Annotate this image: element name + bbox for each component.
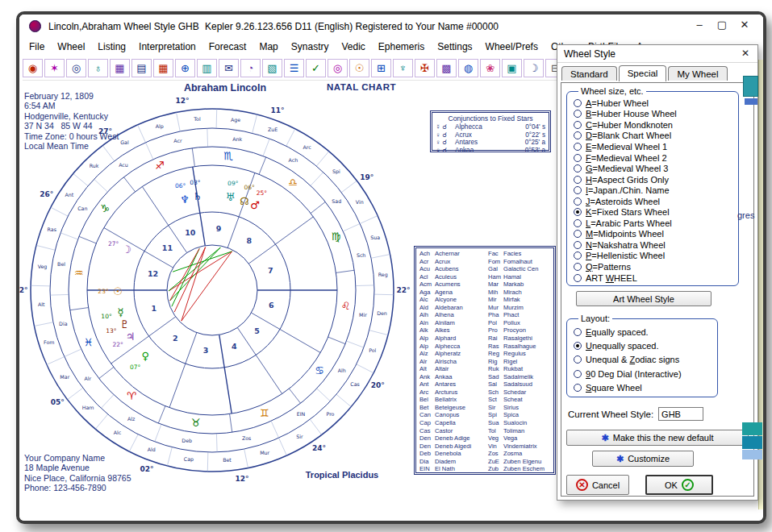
fixed-star-legend: AchAchernarAcrAcruxAcuAcubensAclAculeusA… xyxy=(414,246,556,475)
radio-button-icon[interactable] xyxy=(574,355,582,364)
dialog-close-icon[interactable]: ✕ xyxy=(739,48,752,59)
svg-text:22°: 22° xyxy=(19,286,28,294)
radio-option[interactable]: Equally spaced. xyxy=(574,325,717,339)
radio-option[interactable]: J=Asteroids Wheel xyxy=(574,196,738,207)
radio-button-icon[interactable] xyxy=(574,328,582,336)
radio-button-icon[interactable] xyxy=(574,370,582,378)
menu-item[interactable]: Listing xyxy=(91,39,132,56)
plus-icon[interactable]: ⊕ xyxy=(175,59,195,77)
radio-button-icon[interactable] xyxy=(574,176,582,184)
radio-button-icon[interactable] xyxy=(574,274,582,282)
check-icon[interactable]: ✓ xyxy=(306,59,326,77)
menu-item[interactable]: Wheel xyxy=(51,39,91,56)
radio-option[interactable]: 90 Deg Dial (Interactive) xyxy=(574,367,717,380)
chart-wheel-icon[interactable]: ◉ xyxy=(23,59,43,77)
radio-button-icon[interactable] xyxy=(574,99,582,107)
radio-option[interactable]: Q=Patterns xyxy=(574,261,738,272)
neptune-icon[interactable]: ♆ xyxy=(393,59,413,77)
menu-item[interactable]: Ephemeris xyxy=(372,39,431,56)
radio-option[interactable]: I=Japan./Chin. Name xyxy=(574,185,738,196)
standard[interactable]: Standard xyxy=(561,66,617,81)
cross-icon[interactable]: ✠ xyxy=(415,59,435,77)
radio-option[interactable]: L=Arabic Parts Wheel xyxy=(574,218,738,229)
wheel-size-group: Wheel size, etc. A=Huber WheelB=Huber Ho… xyxy=(566,86,739,286)
radio-button-icon[interactable] xyxy=(574,110,582,118)
menu-item[interactable]: Settings xyxy=(431,39,478,56)
customize-label: Customize xyxy=(628,454,670,463)
list-icon[interactable]: ☰ xyxy=(284,59,304,77)
radio-option[interactable]: C=Huber Mondknoten xyxy=(574,119,738,131)
pattern-icon[interactable]: ▩ xyxy=(436,59,457,77)
cancel-button[interactable]: ✕ Cancel xyxy=(566,475,629,495)
radio-option[interactable]: B=Huber House Wheel xyxy=(574,109,738,120)
radio-button-icon[interactable] xyxy=(574,219,582,227)
radio-button-icon[interactable] xyxy=(574,131,582,139)
flower-icon[interactable]: ❀ xyxy=(480,59,500,77)
radio-button-icon[interactable] xyxy=(574,251,582,260)
sun-icon[interactable]: ☉ xyxy=(349,59,369,77)
radio-option[interactable]: F=Medieval Wheel 2 xyxy=(574,152,738,164)
menu-item[interactable]: File xyxy=(23,39,51,56)
radio-button-icon[interactable] xyxy=(574,208,582,216)
radio-option[interactable]: D=Blank Chart Wheel xyxy=(574,131,738,142)
calendar-icon[interactable]: ▦ xyxy=(153,59,173,77)
special[interactable]: Special xyxy=(619,65,667,81)
art-wheel-style-button[interactable]: Art Wheel Style xyxy=(576,291,711,306)
radio-option[interactable]: N=Nakshatra Wheel xyxy=(574,239,738,251)
radio-option[interactable]: Unequal & Zodiac signs xyxy=(574,353,717,367)
radio-button-icon[interactable] xyxy=(574,164,582,172)
target-icon[interactable]: ◎ xyxy=(328,59,348,77)
radio-button-icon[interactable] xyxy=(574,230,582,238)
radio-button-icon[interactable] xyxy=(574,121,582,129)
svg-text:24°: 24° xyxy=(312,444,326,452)
disc-icon[interactable]: ◍ xyxy=(458,59,478,77)
document-icon[interactable]: ▥ xyxy=(197,59,217,77)
maximize-button[interactable]: ▢ xyxy=(713,19,731,35)
star-icon[interactable]: ✶ xyxy=(44,59,65,77)
biwheel-icon[interactable]: ◎ xyxy=(66,59,86,77)
customize-button[interactable]: ✱ Customize xyxy=(592,451,694,467)
menu-item[interactable]: Map xyxy=(252,39,284,56)
menu-item[interactable]: Vedic xyxy=(335,39,371,56)
radio-button-icon[interactable] xyxy=(574,197,582,206)
radio-option[interactable]: H=Aspect Grids Only xyxy=(574,174,738,185)
radio-option[interactable]: ART WHEEL xyxy=(574,272,738,284)
mail-icon[interactable]: ✉ xyxy=(219,59,239,77)
radio-button-icon[interactable] xyxy=(574,384,582,392)
radio-option[interactable]: A=Huber Wheel xyxy=(574,98,738,109)
moon-icon[interactable]: ☽ xyxy=(524,59,544,77)
box-icon[interactable]: ▣ xyxy=(502,59,522,77)
current-wheel-style-input[interactable] xyxy=(658,407,703,421)
radio-option[interactable]: G=Medieval Wheel 3 xyxy=(574,163,738,174)
menu-item[interactable]: Forecast xyxy=(202,39,253,56)
menu-item[interactable]: Wheel/Prefs xyxy=(479,39,545,56)
radio-option[interactable]: Square Wheel xyxy=(574,381,717,395)
clock-icon[interactable]: ◔ xyxy=(240,59,261,77)
radio-option[interactable]: P=Hellenistic Wheel xyxy=(574,251,738,262)
radio-option[interactable]: K=Fixed Stars Wheel xyxy=(574,206,738,218)
ok-button[interactable]: OK ✓ xyxy=(645,475,713,495)
radio-button-icon[interactable] xyxy=(574,154,582,162)
globe-icon[interactable]: ♁ xyxy=(88,59,108,77)
table-icon[interactable]: ▧ xyxy=(262,59,282,77)
radio-button-icon[interactable] xyxy=(574,342,582,350)
radio-button-icon[interactable] xyxy=(574,186,582,194)
close-button[interactable]: ✕ xyxy=(736,19,753,35)
star-legend-row: AlpAlphecca xyxy=(419,343,485,351)
radio-button-icon[interactable] xyxy=(574,241,582,249)
radio-option[interactable]: M=Midpoints Wheel xyxy=(574,229,738,240)
menu-item[interactable]: Interpretation xyxy=(132,39,202,56)
radio-option[interactable]: Unequally spaced. xyxy=(574,339,717,352)
radio-button-icon[interactable] xyxy=(574,263,582,271)
window-icon[interactable]: ⊞ xyxy=(371,59,391,77)
radio-label: Unequal & Zodiac signs xyxy=(586,355,679,364)
radio-button-icon[interactable] xyxy=(574,143,582,151)
make-default-button[interactable]: ✱ Make this the new default xyxy=(566,430,749,446)
radio-option[interactable]: E=Medieval Wheel 1 xyxy=(574,141,738,152)
radio-label: D=Blank Chart Wheel xyxy=(586,131,671,140)
grid-icon[interactable]: ▦ xyxy=(110,59,130,77)
minimize-button[interactable]: – xyxy=(691,19,708,35)
my-wheel[interactable]: My Wheel xyxy=(668,66,727,81)
menu-item[interactable]: Synastry xyxy=(285,39,336,56)
report-icon[interactable]: ▤ xyxy=(131,59,152,77)
